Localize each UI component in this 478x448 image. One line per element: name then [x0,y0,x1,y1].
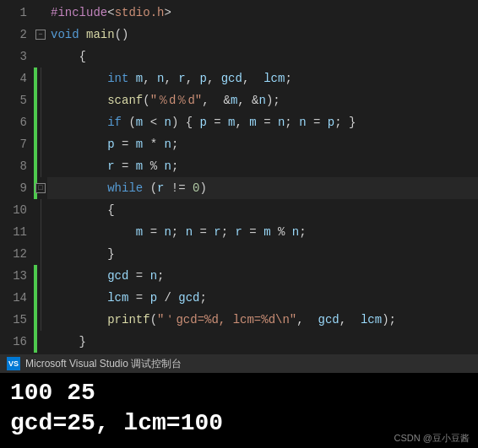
token: ; [171,225,186,239]
token: { [107,203,114,217]
token: ( [150,313,157,327]
token: ); [382,313,396,327]
token [51,116,107,129]
token [79,28,86,41]
gutter-line-12 [34,243,47,265]
token: & [252,94,258,107]
line-number-6: 6 [0,111,27,133]
token: & [223,94,230,107]
indent-guide-14 [41,287,41,309]
token: , [186,72,200,85]
indent-guide-15 [41,309,41,331]
token: = [115,159,136,173]
line-number-12: 12 [0,243,27,265]
gutter-line-7 [34,133,47,155]
line-number-13: 13 [0,265,27,287]
token: n [164,116,171,129]
token: m [136,72,143,85]
code-line-4: int m, n, r, p, gcd, lcm; [47,67,478,89]
token: n [164,138,171,151]
code-line-9: while (r != 0) [47,177,478,199]
token: m [228,116,235,129]
token: , [207,72,221,85]
token: > [164,6,171,19]
gutter: −□ [34,0,47,354]
token: ; [171,138,178,151]
green-bar-6 [34,111,37,133]
token: = [242,225,263,239]
indent-guide-6 [41,111,41,133]
token: ( [143,181,157,195]
vs-icon-text: VS [8,359,19,368]
line-number-3: 3 [0,46,27,67]
line-number-7: 7 [0,133,27,155]
token: % [143,159,164,173]
green-bar-8 [34,155,37,177]
token [51,72,107,85]
console-title: Microsoft Visual Studio 调试控制台 [25,357,182,371]
token [51,291,107,305]
token: % [271,225,292,239]
collapse-icon-9[interactable]: □ [35,183,46,193]
token [51,313,107,327]
green-bar-5 [34,89,37,111]
token: gcd [318,313,339,327]
token: , [339,313,361,327]
indent-guide-4 [41,67,41,89]
line-number-11: 11 [0,221,27,243]
token: int [107,72,128,85]
token: , [143,72,157,85]
line-number-10: 10 [0,199,27,221]
token: n [164,159,171,173]
token: < [107,6,114,19]
token: ); [266,94,280,107]
token: , [236,116,250,129]
gutter-line-2: − [34,24,47,46]
line-number-14: 14 [0,287,27,309]
line-number-5: 5 [0,89,27,111]
token: m [263,225,270,239]
token: } [107,247,114,261]
indent-guide-11 [41,221,41,243]
code-line-3: { [47,46,478,67]
code-line-15: printf("＇gcd=%d, lcm=%d\n", gcd, lcm); [47,309,478,331]
vs-icon: VS [7,357,20,370]
token: != [164,181,193,195]
code-line-10: { [47,199,478,221]
token: , [202,94,223,107]
gutter-line-15 [34,309,47,331]
token [51,159,107,173]
token: / [157,291,178,305]
gutter-line-14 [34,287,47,309]
gutter-line-6 [34,111,47,133]
token: , [242,72,263,85]
token: "％d％d" [150,94,203,107]
token [51,138,107,151]
token: ; [200,291,207,305]
token: ) [199,181,206,195]
token: , [296,313,318,327]
line-number-9: 9 [0,177,27,199]
token: void [51,28,79,41]
token: ; [171,159,178,173]
indent-guide-8 [41,155,41,177]
gutter-line-16 [34,331,47,353]
green-bar-15 [34,309,37,331]
token: ; [299,225,306,239]
token: ; [157,269,164,283]
collapse-icon-2[interactable]: − [35,30,46,40]
token: p [199,116,206,129]
token: ) { [171,116,200,129]
token: * [143,138,164,151]
token: , [237,94,252,107]
token: p [107,138,114,151]
token: n [186,225,193,239]
token: scanf [107,94,143,107]
green-bar-7 [34,133,37,155]
code-line-6: if (m < n) { p = m, m = n; n = p; } [47,111,478,133]
token: p [328,116,334,129]
token: m [136,138,143,151]
gutter-line-5 [34,89,47,111]
token: gcd [178,291,199,305]
gutter-line-8 [34,155,47,177]
